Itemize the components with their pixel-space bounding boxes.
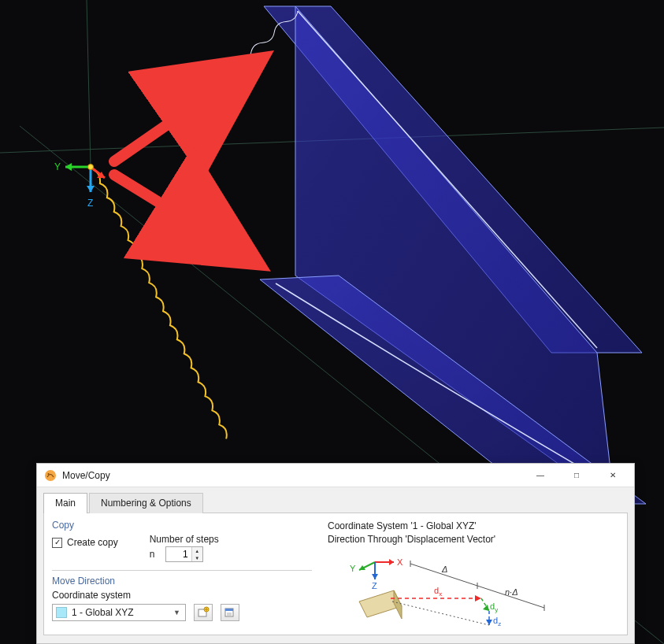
coord-system-value: 1 - Global XYZ — [72, 607, 170, 618]
axis-z-label: Z — [87, 198, 93, 209]
svg-rect-20 — [225, 609, 233, 611]
copy-heading: Copy — [52, 520, 312, 531]
svg-marker-39 — [486, 620, 492, 625]
close-button[interactable]: ✕ — [595, 464, 631, 487]
tab-content: Copy ✓ Create copy Number of steps n — [43, 513, 628, 635]
tab-strip: Main Numbering & Options — [37, 487, 634, 513]
svg-text:Y: Y — [350, 564, 356, 573]
svg-point-12 — [88, 165, 94, 170]
copy-section: Copy ✓ Create copy Number of steps n — [52, 520, 312, 562]
preview-diagram: X Y Z dx dy dz — [328, 546, 580, 633]
tab-numbering-options[interactable]: Numbering & Options — [89, 493, 203, 513]
svg-marker-31 — [394, 590, 402, 619]
coord-swatch-icon — [56, 607, 67, 618]
steps-input[interactable] — [166, 547, 191, 561]
preview-line-2: Direction Through 'Displacement Vector' — [328, 533, 619, 546]
create-copy-checkbox[interactable]: ✓ — [52, 538, 62, 548]
svg-text:dy: dy — [490, 601, 498, 613]
create-copy-label: Create copy — [67, 537, 118, 548]
chevron-down-icon: ▼ — [170, 609, 184, 616]
dialog-title: Move/Copy — [62, 470, 522, 481]
new-coord-button[interactable] — [194, 604, 213, 621]
move-direction-section: Move Direction Coordinate system 1 - Glo… — [52, 570, 312, 621]
svg-line-2 — [87, 0, 91, 167]
move-direction-heading: Move Direction — [52, 570, 312, 587]
coord-system-label: Coordinate system — [52, 590, 312, 601]
app-icon — [43, 468, 57, 483]
svg-text:n·Δ: n·Δ — [505, 587, 518, 597]
svg-point-16 — [48, 473, 50, 475]
svg-text:X: X — [397, 557, 403, 567]
svg-text:Z: Z — [372, 581, 377, 590]
left-pane: Copy ✓ Create copy Number of steps n — [44, 513, 320, 635]
svg-text:dx: dx — [434, 586, 442, 598]
steps-down[interactable]: ▼ — [192, 554, 202, 561]
svg-marker-22 — [389, 559, 394, 565]
svg-text:Δ: Δ — [441, 564, 447, 574]
steps-symbol: n — [150, 549, 161, 560]
minimize-button[interactable]: ― — [522, 464, 558, 487]
svg-marker-7 — [65, 163, 72, 171]
axis-y-label: Y — [54, 161, 61, 172]
preview-line-1: Coordinate System '1 - Global XYZ' — [328, 520, 619, 533]
svg-marker-9 — [87, 186, 95, 192]
svg-text:dz: dz — [493, 616, 501, 627]
steps-spinner[interactable]: ▲ ▼ — [165, 546, 203, 562]
steps-label: Number of steps — [150, 534, 219, 545]
tab-main[interactable]: Main — [43, 493, 87, 513]
edit-coord-button[interactable] — [221, 604, 239, 621]
svg-marker-28 — [372, 574, 378, 579]
svg-line-41 — [392, 601, 489, 625]
steps-up[interactable]: ▲ — [192, 547, 202, 554]
move-copy-dialog: Move/Copy ― □ ✕ Main Numbering & Options… — [36, 463, 635, 644]
svg-point-15 — [45, 470, 56, 481]
maximize-button[interactable]: □ — [558, 464, 595, 487]
preview-pane: Coordinate System '1 - Global XYZ' Direc… — [320, 513, 627, 635]
coord-system-combo[interactable]: 1 - Global XYZ ▼ — [52, 604, 186, 621]
svg-marker-33 — [475, 595, 481, 601]
titlebar[interactable]: Move/Copy ― □ ✕ — [37, 464, 634, 487]
svg-line-13 — [114, 63, 256, 161]
